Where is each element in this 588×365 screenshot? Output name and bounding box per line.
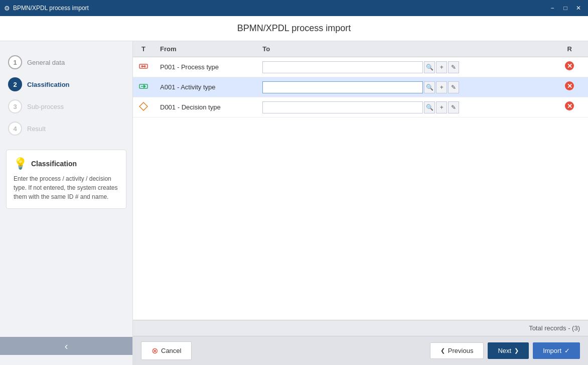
svg-marker-7	[139, 102, 148, 110]
row3-to-input[interactable]	[262, 101, 423, 113]
row1-to-input[interactable]	[262, 61, 423, 73]
svg-text:✕: ✕	[567, 82, 572, 90]
step-label-4: Result	[27, 125, 46, 133]
title-bar-controls: − □ ✕	[547, 3, 584, 14]
title-bar-left: ⚙ BPMN/XPDL process import	[4, 5, 89, 12]
main-area: BPMN/XPDL process import 1 General data …	[0, 16, 588, 365]
process-icon	[139, 64, 148, 72]
row3-type-icon	[133, 97, 154, 117]
row2-type-icon	[133, 77, 154, 97]
step-label-1: General data	[27, 59, 65, 66]
step-label-3: Sub-process	[27, 103, 64, 110]
check-icon: ✓	[564, 347, 570, 354]
svg-text:✕: ✕	[567, 62, 572, 70]
step-circle-3: 3	[8, 99, 22, 113]
row2-search-button[interactable]: 🔍	[424, 81, 435, 93]
maximize-button[interactable]: □	[560, 3, 571, 14]
cancel-button[interactable]: ⊗ Cancel	[141, 341, 192, 360]
bottom-left: ⊗ Cancel	[141, 341, 192, 360]
step-item-1[interactable]: 1 General data	[8, 51, 124, 73]
bottom-bar: ⊗ Cancel ❮ Previous Next ❯ Import	[133, 336, 588, 365]
step-list: 1 General data 2 Classification 3 Sub-pr…	[0, 51, 132, 140]
row2-edit-button[interactable]: ✎	[448, 81, 459, 93]
table-row: P001 - Process type 🔍 + ✎	[133, 57, 588, 77]
content-area: 1 General data 2 Classification 3 Sub-pr…	[0, 41, 588, 365]
previous-label: Previous	[448, 347, 474, 354]
row1-to-cell: 🔍 + ✎	[256, 57, 551, 77]
next-button[interactable]: Next ❯	[488, 342, 529, 359]
sidebar-collapse-button[interactable]: ‹	[0, 337, 132, 355]
chevron-right-icon: ❯	[514, 347, 519, 354]
step-circle-1: 1	[8, 55, 22, 69]
col-header-r: R	[551, 41, 588, 57]
row3-remove-button[interactable]: ✕	[562, 101, 576, 113]
row3-from: D001 - Decision type	[154, 97, 256, 117]
main-panel: T From To R	[133, 41, 588, 365]
next-label: Next	[498, 347, 511, 354]
import-button[interactable]: Import ✓	[533, 342, 580, 359]
row1-type-icon	[133, 57, 154, 77]
activity-icon	[139, 84, 148, 92]
step-circle-4: 4	[8, 121, 22, 136]
row1-edit-button[interactable]: ✎	[448, 61, 459, 73]
previous-button[interactable]: ❮ Previous	[430, 342, 484, 359]
row2-remove-cell: ✕	[551, 77, 588, 97]
step-label-2: Classification	[27, 81, 70, 88]
col-header-from: From	[154, 41, 256, 57]
page-title: BPMN/XPDL process import	[0, 16, 588, 41]
row1-remove-button[interactable]: ✕	[562, 61, 576, 73]
title-bar: ⚙ BPMN/XPDL process import − □ ✕	[0, 0, 588, 16]
step-item-4: 4 Result	[8, 117, 124, 140]
table-row: D001 - Decision type 🔍 + ✎	[133, 97, 588, 117]
row2-to-input-wrapper: 🔍 + ✎	[262, 81, 545, 93]
lightbulb-icon: 💡	[14, 157, 27, 170]
chevron-left-icon: ❮	[440, 347, 445, 354]
cancel-icon: ⊗	[152, 346, 158, 355]
step-circle-2: 2	[8, 77, 22, 91]
table-footer: Total records - (3)	[133, 320, 588, 336]
info-box-text: Enter the process / activity / decision …	[14, 174, 119, 201]
table-header-row: T From To R	[133, 41, 588, 57]
row1-from: P001 - Process type	[154, 57, 256, 77]
close-button[interactable]: ✕	[573, 3, 584, 14]
row3-to-cell: 🔍 + ✎	[256, 97, 551, 117]
info-box: 💡 Classification Enter the process / act…	[6, 150, 126, 209]
decision-icon	[139, 104, 148, 112]
row2-from: A001 - Activity type	[154, 77, 256, 97]
total-records: Total records - (3)	[529, 324, 580, 332]
import-label: Import	[543, 347, 561, 354]
minimize-button[interactable]: −	[547, 3, 558, 14]
row1-remove-cell: ✕	[551, 57, 588, 77]
classification-table: T From To R	[133, 41, 588, 117]
app-icon: ⚙	[4, 5, 10, 12]
bottom-right: ❮ Previous Next ❯ Import ✓	[430, 342, 580, 359]
col-header-to: To	[256, 41, 551, 57]
row1-add-button[interactable]: +	[436, 61, 447, 73]
cancel-label: Cancel	[161, 347, 181, 354]
row3-search-button[interactable]: 🔍	[424, 101, 435, 113]
table-row: A001 - Activity type 🔍 + ✎	[133, 77, 588, 97]
step-item-3: 3 Sub-process	[8, 95, 124, 117]
info-box-header: 💡 Classification	[14, 157, 119, 170]
row1-to-input-wrapper: 🔍 + ✎	[262, 61, 545, 73]
row2-to-input[interactable]	[262, 81, 423, 93]
table-area: T From To R	[133, 41, 588, 320]
row2-add-button[interactable]: +	[436, 81, 447, 93]
row3-remove-cell: ✕	[551, 97, 588, 117]
row1-search-button[interactable]: 🔍	[424, 61, 435, 73]
svg-text:✕: ✕	[567, 102, 572, 110]
step-item-2[interactable]: 2 Classification	[8, 73, 124, 95]
col-header-t: T	[133, 41, 154, 57]
row3-edit-button[interactable]: ✎	[448, 101, 459, 113]
sidebar: 1 General data 2 Classification 3 Sub-pr…	[0, 41, 133, 365]
info-box-title: Classification	[31, 160, 77, 168]
window-title: BPMN/XPDL process import	[13, 5, 89, 12]
row3-add-button[interactable]: +	[436, 101, 447, 113]
row3-to-input-wrapper: 🔍 + ✎	[262, 101, 545, 113]
row2-to-cell: 🔍 + ✎	[256, 77, 551, 97]
row2-remove-button[interactable]: ✕	[562, 81, 576, 93]
